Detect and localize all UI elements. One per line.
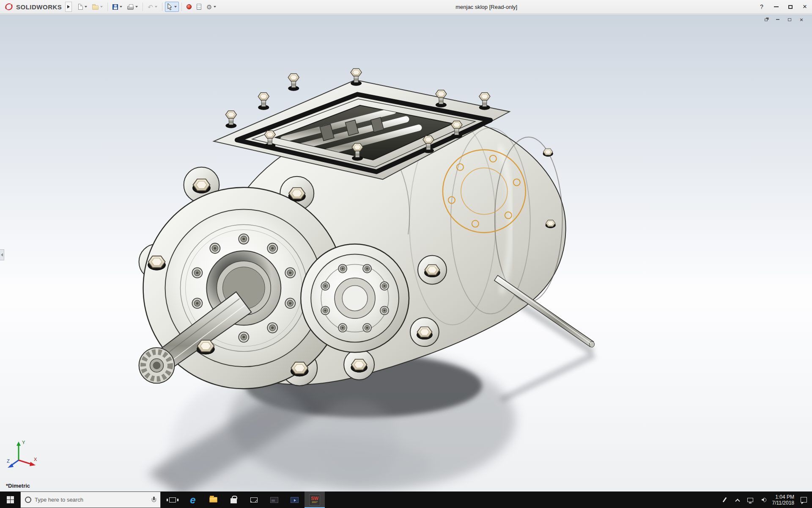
quick-access-toolbar: ↶ ⚙ <box>76 0 218 14</box>
windows-taskbar: e SW 2017 1:04 PM 7/11/2018 <box>0 491 812 508</box>
maximize-button[interactable] <box>783 0 798 14</box>
sw-logo-text: SW <box>311 496 318 501</box>
volume-wave-icon <box>764 498 766 502</box>
graphics-viewport[interactable]: × <box>0 14 812 491</box>
media-app-button[interactable] <box>284 491 304 508</box>
triad-y-label: Y <box>22 440 25 445</box>
dark-app-button[interactable] <box>264 491 284 508</box>
cortana-icon <box>25 497 31 503</box>
chevron-down-icon <box>155 6 157 8</box>
print-button[interactable] <box>125 2 140 11</box>
select-tool-button[interactable] <box>165 2 179 12</box>
save-icon <box>112 4 118 10</box>
doc-maximize-button[interactable] <box>786 16 793 23</box>
chevron-down-icon <box>100 6 103 8</box>
doc-close-button[interactable]: × <box>798 16 805 23</box>
select-cursor-icon <box>167 3 173 10</box>
restore-down-icon <box>765 19 768 21</box>
toolbar-separator <box>181 3 182 11</box>
system-tray: 1:04 PM 7/11/2018 <box>721 491 812 508</box>
open-button[interactable] <box>90 2 105 11</box>
chevron-right-icon <box>67 5 70 8</box>
menu-flyout-button[interactable] <box>65 2 72 12</box>
chevron-down-icon <box>85 6 87 8</box>
gearbox-3d-model[interactable] <box>0 14 812 491</box>
network-tray-button[interactable] <box>747 497 754 503</box>
document-window-controls: × <box>762 16 805 23</box>
document-properties-icon <box>197 4 201 10</box>
options-button[interactable]: ⚙ <box>204 2 218 12</box>
chevron-down-icon <box>174 6 177 8</box>
taskbar-clock[interactable]: 1:04 PM 7/11/2018 <box>772 494 795 506</box>
chevron-down-icon <box>214 6 216 8</box>
mail-button[interactable] <box>244 491 264 508</box>
document-properties-button[interactable] <box>195 2 203 11</box>
pen-tray-button[interactable] <box>721 497 728 503</box>
network-icon <box>747 498 753 502</box>
chevron-down-icon <box>135 6 138 8</box>
task-view-button[interactable] <box>162 491 183 508</box>
solidworks-taskbar-button[interactable]: SW 2017 <box>304 491 325 508</box>
mail-envelope-icon <box>250 497 258 502</box>
app-window-icon <box>270 497 278 503</box>
titlebar: SOLIDWORKS ↶ <box>0 0 812 14</box>
search-input[interactable] <box>35 497 148 503</box>
appearance-sphere-icon <box>187 4 192 9</box>
action-center-icon <box>801 497 807 502</box>
file-explorer-icon <box>209 497 217 502</box>
document-title: menjac sklop [Read-only] <box>218 4 754 10</box>
toolbar-separator <box>107 3 108 11</box>
toolbar-separator <box>143 3 143 11</box>
start-button[interactable] <box>0 491 20 508</box>
minimize-button[interactable] <box>769 0 783 14</box>
triad-z-label: Z <box>7 458 10 464</box>
triad-x-label: X <box>34 457 37 462</box>
sw-year-text: 2017 <box>312 501 317 504</box>
view-orientation-label: *Dimetric <box>6 483 30 489</box>
volume-tray-button[interactable] <box>760 497 766 503</box>
clock-date: 7/11/2018 <box>772 500 795 506</box>
print-icon <box>127 6 134 10</box>
close-button[interactable]: × <box>798 0 812 14</box>
edge-icon: e <box>190 495 195 505</box>
brand-text: SOLIDWORKS <box>16 3 62 11</box>
action-center-button[interactable] <box>800 497 807 503</box>
window-controls: ? × <box>754 0 812 14</box>
task-view-icon <box>169 497 176 502</box>
pen-icon <box>723 497 727 502</box>
solidworks-application-window: SOLIDWORKS ↶ <box>0 0 812 508</box>
undo-icon: ↶ <box>148 4 153 10</box>
media-play-icon <box>291 497 299 503</box>
chevron-up-icon <box>735 499 740 503</box>
store-button[interactable] <box>223 491 244 508</box>
open-folder-icon <box>92 6 99 10</box>
minimize-icon <box>776 19 779 20</box>
solidworks-logo: SOLIDWORKS <box>0 0 65 14</box>
minimize-icon <box>774 6 779 7</box>
new-document-icon <box>78 4 83 10</box>
windows-logo-icon <box>7 496 14 503</box>
store-bag-icon <box>230 498 237 503</box>
taskbar-apps: e SW 2017 <box>162 491 325 508</box>
appearance-button[interactable] <box>184 3 194 11</box>
taskbar-search-box[interactable] <box>20 491 161 508</box>
options-gear-icon: ⚙ <box>206 4 212 10</box>
microphone-icon[interactable] <box>152 497 156 503</box>
file-explorer-button[interactable] <box>203 491 223 508</box>
toolbar-separator <box>162 3 162 11</box>
solidworks-logo-icon <box>4 2 14 11</box>
maximize-icon <box>788 5 793 9</box>
chevron-down-icon <box>120 6 122 8</box>
doc-restore-button[interactable] <box>762 16 770 23</box>
new-document-button[interactable] <box>76 2 89 11</box>
help-button[interactable]: ? <box>754 0 769 14</box>
doc-minimize-button[interactable] <box>774 16 782 23</box>
edge-button[interactable]: e <box>183 491 203 508</box>
undo-button[interactable]: ↶ <box>145 2 159 12</box>
clock-time: 1:04 PM <box>772 494 795 500</box>
maximize-icon <box>788 18 791 21</box>
orientation-triad: Y X Z <box>6 438 40 472</box>
save-button[interactable] <box>110 3 124 11</box>
solidworks-app-icon: SW 2017 <box>309 494 320 505</box>
show-hidden-icons-button[interactable] <box>734 497 741 503</box>
